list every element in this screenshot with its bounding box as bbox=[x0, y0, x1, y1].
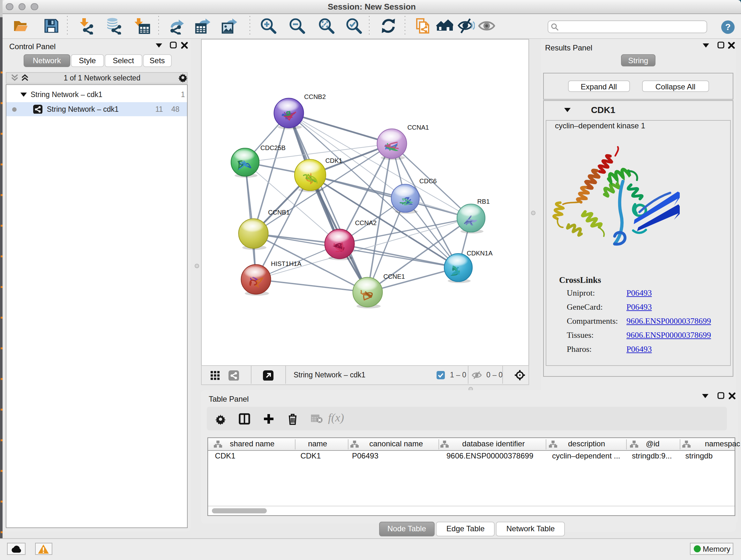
svg-text:HIST1H1A: HIST1H1A bbox=[271, 260, 301, 267]
svg-text:CCNB1: CCNB1 bbox=[268, 209, 290, 216]
svg-text:CCNA1: CCNA1 bbox=[407, 124, 429, 131]
svg-text:CCNE1: CCNE1 bbox=[383, 273, 405, 280]
svg-text:CDK1: CDK1 bbox=[325, 157, 342, 164]
svg-text:CDC6: CDC6 bbox=[419, 178, 436, 185]
svg-text:CCNB2: CCNB2 bbox=[304, 93, 326, 100]
svg-text:RB1: RB1 bbox=[477, 198, 490, 205]
svg-text:CDKN1A: CDKN1A bbox=[467, 250, 493, 257]
svg-text:CDC25B: CDC25B bbox=[260, 144, 286, 151]
svg-text:CCNA2: CCNA2 bbox=[355, 219, 377, 226]
